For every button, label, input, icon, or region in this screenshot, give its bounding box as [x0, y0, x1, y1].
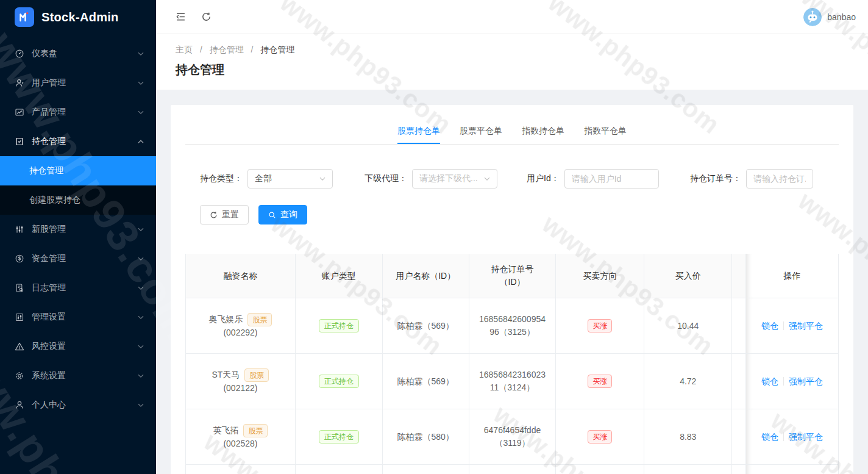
column-header-actions: 操作 [746, 254, 839, 298]
column-header: 账户类型 [296, 254, 383, 298]
query-button[interactable]: 查询 [258, 205, 307, 224]
cell-actions: 锁仓强制平仓 [746, 298, 839, 354]
account-type-badge: 正式持仓 [319, 430, 359, 443]
breadcrumb-current: 持仓管理 [260, 45, 294, 54]
tab-bar: 股票持仓单 股票平仓单 指数持仓单 指数平仓单 [185, 105, 839, 145]
filter-actions: 重置 查询 [200, 205, 839, 224]
cell-user: 陈柏霖（580） [383, 409, 469, 465]
table-row: ST天马股票 (002122) 正式持仓 陈柏霖（569） 1685684231… [186, 354, 839, 409]
sidebar-item-system-settings[interactable]: 系统设置 [0, 361, 156, 390]
sidebar-item-dashboard[interactable]: 仪表盘 [0, 39, 156, 68]
force-close-link[interactable]: 强制平仓 [789, 431, 823, 443]
positions-table: 融资名称 账户类型 用户名称（ID） 持仓订单号 （ID） 买卖方向 买入价 操… [185, 254, 839, 474]
sidebar-subitem-position-management[interactable]: 持仓管理 [0, 156, 156, 185]
sidebar-item-products[interactable]: 产品管理 [0, 98, 156, 127]
sidebar-item-positions[interactable]: 持仓管理 [0, 127, 156, 156]
breadcrumb-positions[interactable]: 持仓管理 [210, 45, 244, 54]
filter-label: 下级代理： [365, 173, 407, 184]
force-close-link[interactable]: 强制平仓 [789, 375, 823, 388]
stock-name: 英飞拓 [213, 424, 238, 437]
sidebar-item-users[interactable]: 用户管理 [0, 68, 156, 98]
tab-stock-positions[interactable]: 股票持仓单 [397, 118, 440, 144]
logs-icon [15, 283, 24, 293]
action-divider [783, 433, 784, 441]
sidebar-item-label: 产品管理 [32, 107, 138, 118]
sidebar-item-risk-settings[interactable]: 风控设置 [0, 332, 156, 361]
query-label: 查询 [280, 209, 297, 220]
tab-index-closed[interactable]: 指数平仓单 [584, 118, 627, 144]
breadcrumb-home[interactable]: 主页 [176, 45, 193, 54]
cell-direction [556, 465, 644, 474]
cell-clipped [732, 409, 746, 465]
filter-label: 持仓类型： [200, 173, 243, 184]
logo[interactable]: Stock-Admin [0, 0, 156, 34]
sidebar-item-profile[interactable]: 个人中心 [0, 390, 156, 420]
position-icon [15, 137, 24, 146]
chevron-down-icon [138, 345, 144, 349]
sidebar-item-label: 用户管理 [32, 77, 138, 88]
lock-position-link[interactable]: 锁仓 [761, 375, 778, 388]
filter-user-id: 用户Id： [527, 169, 690, 189]
cell-user: 陈柏霖（569） [383, 354, 469, 409]
sidebar-item-admin-settings[interactable]: 管理设置 [0, 303, 156, 332]
sidebar-item-label: 资金管理 [32, 253, 138, 264]
sidebar-item-new-stocks[interactable]: 新股管理 [0, 215, 156, 244]
user-id-input[interactable] [564, 169, 659, 189]
stock-code: (002528) [223, 437, 257, 450]
sidebar-item-funds[interactable]: 资金管理 [0, 244, 156, 273]
position-type-select[interactable]: 全部 [247, 169, 333, 189]
lock-position-link[interactable]: 锁仓 [761, 431, 778, 443]
sidebar-item-label: 新股管理 [32, 224, 138, 235]
cell-stock-name [186, 465, 296, 474]
reset-label: 重置 [222, 209, 239, 220]
tab-stock-closed[interactable]: 股票平仓单 [460, 118, 502, 144]
chevron-down-icon [138, 110, 144, 115]
chevron-down-icon [138, 286, 144, 290]
sidebar-item-label: 日志管理 [32, 282, 138, 293]
search-icon [268, 211, 276, 219]
stock-tag: 股票 [247, 313, 272, 326]
cell-account-type: 正式持仓 [296, 409, 383, 465]
sidebar-subitem-create-stock-position[interactable]: 创建股票持仓 [0, 185, 156, 215]
cell-actions: 锁仓强制平仓 [746, 409, 839, 465]
reset-button[interactable]: 重置 [200, 205, 249, 224]
account-type-badge: 正式持仓 [319, 319, 359, 332]
sidebar-subitem-label: 创建股票持仓 [29, 195, 80, 206]
sidebar-item-logs[interactable]: 日志管理 [0, 273, 156, 303]
stock-code: (002292) [223, 326, 257, 339]
order-no-input[interactable] [746, 169, 813, 189]
cell-buy-price: 10.44 [644, 298, 732, 354]
cell-order-no: 6476f4654fdde（3119） [469, 409, 557, 465]
breadcrumb-separator [200, 45, 202, 54]
menu-fold-icon[interactable] [176, 12, 186, 22]
cell-direction: 买涨 [556, 354, 644, 409]
cell-clipped [732, 354, 746, 409]
chevron-up-icon [138, 140, 144, 144]
admin-settings-icon [15, 312, 24, 322]
direction-badge: 买涨 [588, 430, 612, 443]
filter-position-type: 持仓类型： 全部 [200, 169, 365, 189]
lock-position-link[interactable]: 锁仓 [761, 320, 778, 332]
product-icon [15, 107, 24, 117]
sub-agent-select[interactable]: 请选择下级代... [412, 169, 497, 189]
user-menu[interactable]: banbao [803, 8, 856, 26]
table-row: 奥飞娱乐股票 (002292) 正式持仓 陈柏霖（569） 1685684260… [186, 298, 839, 354]
cell-buy-price: 4.72 [644, 354, 732, 409]
sidebar-item-label: 管理设置 [32, 312, 138, 323]
filter-form: 持仓类型： 全部 下级代理： 请选择下级代... 用户Id： 持仓订单号： [200, 169, 839, 189]
user-icon [15, 78, 24, 88]
sidebar-menu: 仪表盘 用户管理 产品管理 持仓管理 持仓管理 创建股票持仓 [0, 34, 156, 420]
tab-index-positions[interactable]: 指数持仓单 [522, 118, 564, 144]
filter-sub-agent: 下级代理： 请选择下级代... [365, 169, 527, 189]
column-header: 用户名称（ID） [383, 254, 469, 298]
cell-clipped [732, 298, 746, 354]
cell-order-no: 1685684231602311（3124） [469, 354, 557, 409]
select-value: 全部 [255, 173, 272, 184]
filter-order-no: 持仓订单号： [690, 169, 839, 189]
funds-icon [15, 254, 24, 264]
top-header: banbao [156, 0, 868, 34]
force-close-link[interactable]: 强制平仓 [789, 320, 823, 332]
reload-icon[interactable] [201, 12, 212, 22]
cell-stock-name: 英飞拓股票 (002528) [186, 409, 296, 465]
chevron-down-icon [138, 257, 144, 261]
